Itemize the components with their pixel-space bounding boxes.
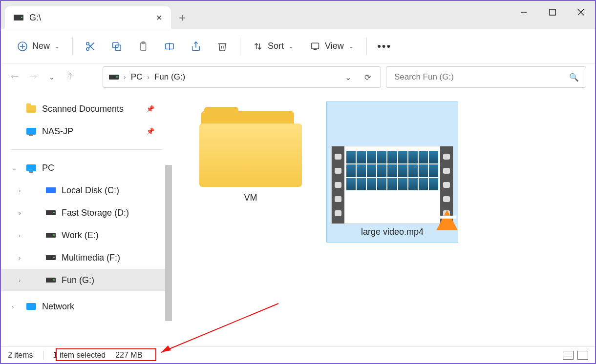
svg-marker-21 [161, 345, 171, 352]
chevron-right-icon[interactable]: › [12, 303, 14, 310]
disk-icon [46, 233, 56, 238]
sidebar-item-label: Multimedia (F:) [62, 253, 120, 263]
drive-icon [109, 75, 119, 80]
copy-button[interactable] [105, 36, 128, 57]
item-label: VM [244, 193, 257, 203]
search-box[interactable]: 🔍 [386, 66, 586, 88]
sidebar-item-network[interactable]: › Network [1, 295, 172, 318]
folder-item-vm[interactable]: VM [185, 101, 317, 208]
svg-rect-18 [312, 43, 319, 49]
chevron-right-icon[interactable]: › [19, 254, 21, 262]
chevron-right-icon[interactable]: › [19, 277, 21, 284]
sidebar-item-label: Work (E:) [62, 230, 99, 241]
chevron-right-icon[interactable]: › [19, 187, 21, 194]
window-controls [510, 1, 595, 23]
share-button[interactable] [184, 36, 208, 57]
chevron-down-icon: ⌄ [289, 43, 294, 50]
sidebar-item-label: PC [42, 163, 54, 173]
sidebar-item-scanned-documents[interactable]: Scanned Documents 📌 [1, 98, 172, 120]
search-input[interactable] [393, 72, 579, 82]
file-item-large-video[interactable]: large video.mp4 [326, 101, 458, 243]
sidebar-item-work-e[interactable]: › Work (E:) [1, 224, 172, 246]
cut-button[interactable] [79, 36, 102, 57]
sidebar-item-label: Fast Storage (D:) [62, 208, 129, 218]
large-icons-view-button[interactable] [577, 351, 588, 360]
separator [240, 38, 240, 55]
separator [72, 38, 73, 55]
close-tab-icon[interactable]: ✕ [156, 13, 162, 22]
item-label: large video.mp4 [361, 227, 424, 237]
scissors-icon [85, 41, 96, 52]
chevron-down-icon[interactable]: ⌄ [12, 164, 17, 172]
sidebar-item-pc[interactable]: ⌄ PC [1, 157, 172, 179]
recent-button[interactable]: ⌄ [47, 72, 57, 82]
view-button[interactable]: View ⌄ [303, 36, 361, 57]
video-thumbnail-icon [331, 146, 453, 224]
chevron-right-icon[interactable]: › [19, 209, 21, 217]
folder-icon [199, 107, 302, 190]
disk-icon [46, 187, 56, 193]
forward-button[interactable]: 🡒 [28, 72, 38, 82]
sidebar-item-multimedia-f[interactable]: › Multimedia (F:) [1, 246, 172, 269]
add-tab-button[interactable]: ＋ [171, 6, 193, 29]
paste-button[interactable] [131, 36, 155, 57]
nav-row: 🡐 🡒 ⌄ 🡑 › PC › Fun (G:) ⌄ ⟳ 🔍 [1, 63, 595, 91]
close-window-button[interactable] [567, 1, 595, 23]
folder-icon [26, 105, 36, 113]
refresh-button[interactable]: ⟳ [360, 73, 375, 82]
drive-icon [14, 15, 23, 20]
svg-point-7 [86, 42, 89, 45]
address-bar[interactable]: › PC › Fun (G:) ⌄ ⟳ [103, 66, 381, 88]
trash-icon [217, 41, 228, 52]
pin-icon: 📌 [146, 105, 154, 113]
sidebar-item-fast-storage-d[interactable]: › Fast Storage (D:) [1, 202, 172, 224]
plus-circle-icon [18, 41, 27, 51]
disk-icon [46, 210, 56, 215]
chevron-right-icon[interactable]: › [19, 232, 21, 239]
scrollbar[interactable] [165, 165, 172, 321]
chevron-down-icon: ⌄ [349, 43, 354, 50]
view-label: View [325, 41, 344, 51]
tab-current[interactable]: G:\ ✕ [5, 6, 171, 29]
copy-icon [111, 41, 122, 52]
crumb-drive[interactable]: Fun (G:) [154, 72, 185, 82]
pc-icon [26, 164, 36, 171]
more-button[interactable]: ••• [373, 36, 396, 57]
history-dropdown[interactable]: ⌄ [341, 73, 355, 82]
pin-icon: 📌 [146, 127, 154, 135]
network-icon [26, 303, 36, 310]
svg-point-8 [86, 47, 89, 50]
details-view-button[interactable] [563, 351, 574, 360]
minimize-button[interactable] [510, 1, 538, 23]
sidebar-item-local-disk-c[interactable]: › Local Disk (C:) [1, 179, 172, 202]
item-count: 2 items [8, 351, 33, 360]
chevron-right-icon: › [147, 73, 149, 81]
crumb-pc[interactable]: PC [131, 72, 143, 82]
sidebar-item-nas-jp[interactable]: NAS-JP 📌 [1, 120, 172, 142]
back-button[interactable]: 🡐 [10, 72, 20, 82]
rename-button[interactable] [158, 36, 181, 57]
delete-button[interactable] [211, 36, 234, 57]
sidebar-item-label: Local Disk (C:) [62, 185, 119, 196]
annotation-box [56, 348, 156, 361]
chevron-down-icon: ⌄ [55, 43, 60, 50]
sidebar-item-label: Network [42, 302, 74, 312]
up-button[interactable]: 🡑 [65, 72, 75, 82]
maximize-button[interactable] [538, 1, 567, 23]
vlc-cone-icon [436, 210, 458, 230]
annotation-arrow [156, 303, 283, 357]
svg-rect-1 [550, 9, 555, 15]
sort-button[interactable]: Sort ⌄ [246, 36, 300, 57]
sidebar-item-label: NAS-JP [42, 126, 73, 137]
sidebar-item-label: Scanned Documents [42, 104, 124, 114]
chevron-right-icon: › [124, 73, 126, 81]
sidebar-item-fun-g[interactable]: › Fun (G:) [1, 269, 172, 291]
title-bar: G:\ ✕ ＋ [1, 1, 595, 29]
toolbar: New ⌄ Sort ⌄ View ⌄ ••• [1, 29, 595, 63]
tab-title: G:\ [29, 13, 41, 23]
separator [366, 38, 367, 55]
monitor-icon [26, 128, 36, 135]
disk-icon [46, 255, 56, 260]
sidebar-item-label: Fun (G:) [62, 275, 94, 285]
new-button[interactable]: New ⌄ [11, 36, 66, 57]
